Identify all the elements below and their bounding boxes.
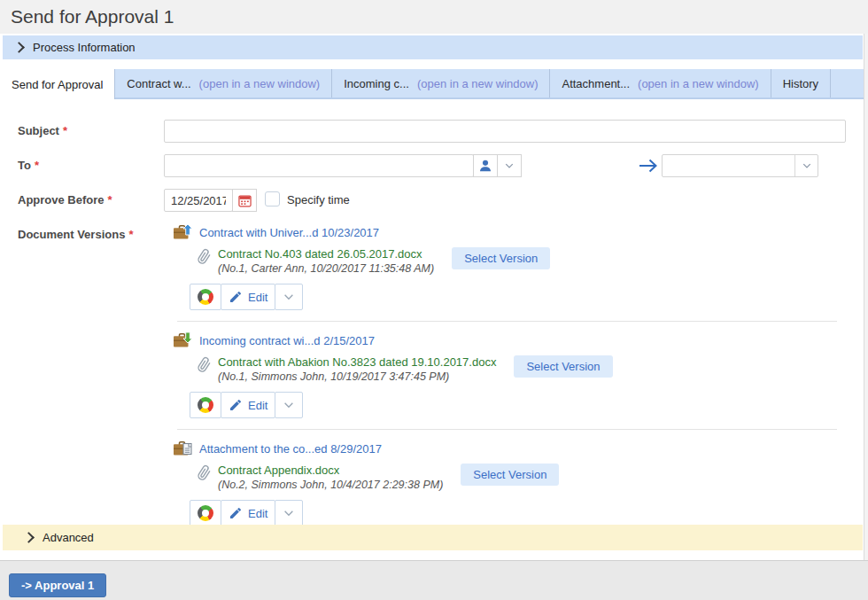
edit-button[interactable]: Edit — [221, 284, 275, 310]
subject-input[interactable] — [164, 120, 846, 143]
select-version-button[interactable]: Select Version — [461, 464, 559, 486]
required-marker: * — [108, 193, 112, 206]
outgoing-contract-icon — [173, 223, 193, 241]
divider — [177, 321, 837, 322]
route-arrow-icon — [638, 156, 659, 175]
process-information-label: Process Information — [33, 41, 136, 54]
more-actions-button[interactable] — [275, 284, 303, 310]
attachment-info: Contract Appendix.docx (No.2, Simmons Jo… — [218, 464, 443, 492]
attachment-link[interactable]: Contract with Abakion No.3823 dated 19.1… — [218, 355, 496, 370]
approve-before-label: Approve Before* — [18, 193, 112, 206]
document-versions-label: Document Versions* — [18, 228, 133, 241]
approve-before-field-group — [164, 189, 257, 212]
person-icon — [478, 159, 492, 173]
document-versions-list: Contract with Univer...d 10/23/2017 Cont… — [173, 223, 837, 526]
document-toolbar: Edit — [190, 500, 303, 526]
required-marker: * — [128, 228, 133, 241]
browser-app-icon — [198, 505, 213, 521]
calendar-icon — [238, 194, 252, 207]
document-link[interactable]: Attachment to the co...ed 8/29/2017 — [199, 442, 382, 456]
advanced-toggle[interactable]: Advanced — [3, 525, 863, 550]
document-toolbar: Edit — [190, 284, 303, 310]
attachment-info: Contract No.403 dated 26.05.2017.docx (N… — [218, 247, 434, 276]
more-actions-button[interactable] — [275, 500, 303, 526]
paperclip-icon — [195, 246, 213, 266]
select-version-button[interactable]: Select Version — [452, 247, 550, 269]
more-actions-button[interactable] — [275, 392, 303, 418]
open-new-window-link[interactable]: (open in a new window) — [638, 77, 759, 90]
paperclip-icon — [195, 355, 213, 374]
route-step-select[interactable] — [662, 154, 818, 177]
document-item: Contract with Univer...d 10/23/2017 Cont… — [173, 223, 837, 322]
approve-before-date-input[interactable] — [164, 189, 233, 212]
to-input[interactable] — [164, 154, 474, 177]
version-meta: (No.1, Simmons John, 10/19/2017 3:47:45 … — [218, 370, 496, 384]
divider — [177, 429, 837, 430]
open-in-app-button[interactable] — [190, 284, 221, 310]
open-in-app-button[interactable] — [190, 392, 221, 418]
required-marker: * — [63, 124, 67, 137]
to-label: To* — [18, 159, 39, 172]
chevron-right-icon — [13, 42, 25, 53]
chevron-down-icon — [794, 155, 818, 176]
document-link[interactable]: Contract with Univer...d 10/23/2017 — [199, 226, 379, 239]
advanced-label: Advanced — [43, 531, 94, 544]
process-information-toggle[interactable]: Process Information — [3, 35, 863, 59]
tab-send-for-approval[interactable]: Send for Approval — [0, 69, 115, 99]
chevron-down-icon — [283, 291, 295, 303]
open-new-window-link[interactable]: (open in a new window) — [199, 77, 321, 90]
browser-app-icon — [198, 289, 213, 305]
edit-button[interactable]: Edit — [221, 392, 275, 418]
to-dropdown-button[interactable] — [497, 154, 522, 177]
paperclip-icon — [195, 463, 213, 482]
document-item: Incoming contract wi...d 2/15/2017 Contr… — [173, 331, 837, 430]
document-link[interactable]: Incoming contract wi...d 2/15/2017 — [199, 334, 375, 347]
chevron-down-icon — [283, 507, 295, 519]
browser-app-icon — [198, 397, 213, 413]
tab-attachment[interactable]: Attachment...(open in a new window) — [550, 69, 771, 97]
calendar-picker-button[interactable] — [232, 189, 257, 212]
pencil-icon — [229, 506, 243, 520]
document-toolbar: Edit — [190, 392, 303, 418]
send-for-approval-window: Send for Approval 1 Process Information … — [0, 0, 868, 600]
attachment-info: Contract with Abakion No.3823 dated 19.1… — [218, 355, 496, 384]
to-field-group — [164, 154, 522, 177]
specify-time-label: Specify time — [287, 193, 350, 206]
tab-history[interactable]: History — [771, 69, 831, 97]
pencil-icon — [229, 398, 243, 412]
open-in-app-button[interactable] — [190, 500, 221, 526]
edit-button[interactable]: Edit — [221, 500, 275, 526]
contract-attachment-icon — [173, 440, 193, 457]
version-meta: (No.1, Carter Ann, 10/20/2017 11:35:48 A… — [218, 261, 434, 276]
select-version-button[interactable]: Select Version — [514, 355, 612, 378]
open-new-window-link[interactable]: (open in a new window) — [417, 77, 539, 90]
vertical-scrollbar[interactable] — [864, 34, 868, 561]
approval-submit-button[interactable]: -> Approval 1 — [9, 573, 106, 597]
version-meta: (No.2, Simmons John, 10/4/2017 2:29:38 P… — [218, 478, 443, 492]
page-title: Send for Approval 1 — [0, 0, 868, 34]
subject-label: Subject* — [18, 124, 67, 137]
action-footer: -> Approval 1 — [0, 560, 868, 600]
title-bar: Send for Approval 1 — [0, 0, 868, 34]
attachment-link[interactable]: Contract Appendix.docx — [218, 464, 443, 478]
required-marker: * — [35, 159, 39, 172]
attachment-link[interactable]: Contract No.403 dated 26.05.2017.docx — [218, 247, 434, 261]
select-user-button[interactable] — [473, 154, 498, 177]
tab-bar: Send for Approval Contract w...(open in … — [0, 69, 864, 99]
tab-incoming[interactable]: Incoming c...(open in a new window) — [332, 69, 550, 97]
tab-contract[interactable]: Contract w...(open in a new window) — [115, 69, 332, 97]
chevron-down-icon — [283, 399, 295, 411]
chevron-right-icon — [23, 532, 35, 543]
chevron-down-icon — [504, 160, 515, 171]
incoming-contract-icon — [173, 331, 193, 349]
specify-time-checkbox[interactable] — [265, 191, 280, 206]
document-item: Attachment to the co...ed 8/29/2017 Cont… — [173, 440, 837, 526]
pencil-icon — [229, 290, 243, 304]
